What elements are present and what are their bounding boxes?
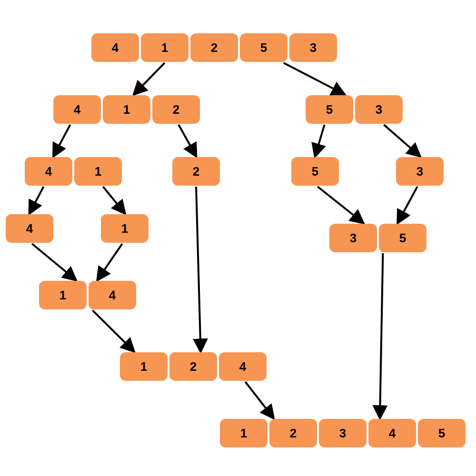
array-cell: 5 (379, 224, 426, 252)
array-node: 12345 (219, 419, 466, 447)
array-cell: 5 (291, 157, 339, 186)
arrow (134, 63, 165, 94)
arrow (196, 187, 201, 351)
array-node: 35 (328, 224, 427, 252)
array-cell: 4 (89, 281, 136, 309)
arrow (103, 187, 125, 213)
array-node: 124 (119, 352, 268, 381)
array-cell: 1 (101, 214, 149, 243)
array-node: 4 (5, 214, 54, 243)
array-cell: 2 (190, 33, 238, 62)
array-cell: 2 (269, 419, 317, 447)
array-cell: 2 (152, 95, 200, 124)
array-node: 5 (290, 157, 340, 186)
array-cell: 3 (396, 157, 444, 186)
array-node: 1 (100, 214, 149, 243)
array-cell: 3 (319, 419, 367, 447)
array-cell: 2 (172, 157, 220, 186)
array-cell: 4 (219, 352, 267, 381)
array-node: 41 (24, 157, 123, 186)
arrow (315, 125, 325, 156)
arrow (384, 125, 420, 156)
array-cell: 3 (289, 33, 337, 62)
array-cell: 5 (418, 419, 466, 447)
array-node: 412 (52, 95, 201, 124)
array-cell: 3 (329, 224, 377, 252)
diagram-canvas: 41253412534125341143512412345 (0, 0, 476, 476)
arrow (32, 244, 76, 280)
arrow (380, 253, 383, 418)
array-cell: 4 (25, 157, 72, 186)
arrow (245, 382, 273, 418)
array-cell: 1 (39, 281, 87, 309)
arrow (178, 125, 196, 156)
array-cell: 4 (6, 214, 53, 243)
arrow (284, 63, 345, 94)
arrow (98, 244, 122, 280)
array-node: 3 (395, 157, 445, 186)
array-cell: 2 (169, 352, 217, 381)
arrow (30, 187, 44, 213)
array-cell: 1 (74, 157, 122, 186)
array-node: 53 (305, 95, 404, 124)
array-cell: 5 (240, 33, 288, 62)
array-cell: 1 (220, 419, 268, 447)
array-cell: 3 (355, 95, 403, 124)
array-cell: 4 (53, 95, 101, 124)
arrow (92, 310, 134, 351)
array-cell: 1 (120, 352, 168, 381)
array-node: 2 (171, 157, 221, 186)
array-cell: 5 (306, 95, 353, 124)
array-cell: 1 (141, 33, 188, 62)
array-node: 14 (38, 281, 137, 309)
array-cell: 4 (368, 419, 416, 447)
arrow (53, 125, 70, 156)
arrow (317, 187, 363, 223)
array-node: 41253 (90, 33, 338, 62)
array-cell: 1 (103, 95, 150, 124)
array-cell: 4 (91, 33, 139, 62)
arrow (398, 187, 417, 223)
